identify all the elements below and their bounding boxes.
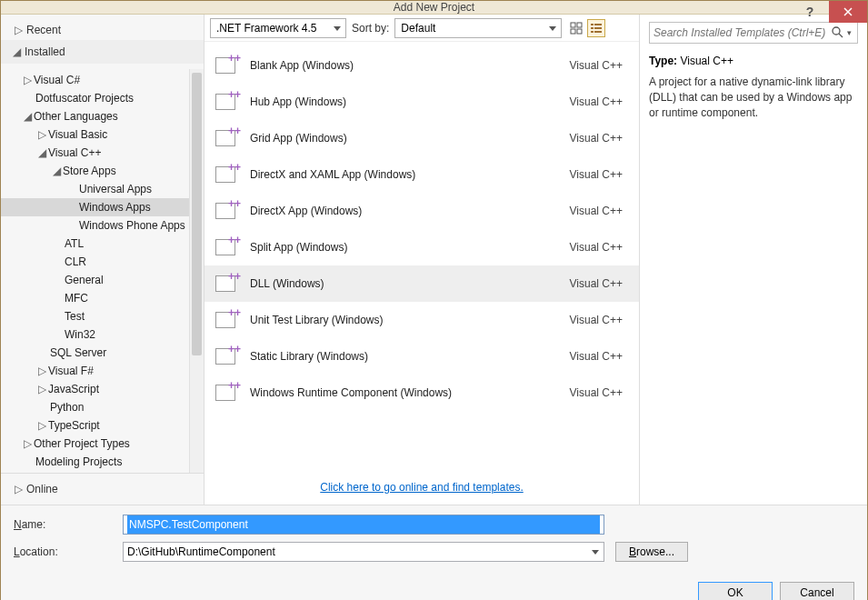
template-row[interactable]: ++Windows Runtime Component (Windows)Vis… <box>205 375 639 411</box>
dialog-buttons: OK Cancel <box>1 576 867 600</box>
tree-item-atl[interactable]: ATL <box>1 235 204 253</box>
name-input[interactable] <box>127 515 600 534</box>
dialog-body: ▷Recent ◢Installed ▷Visual C#Dotfuscator… <box>1 15 867 600</box>
recent-section[interactable]: ▷Recent <box>1 20 204 40</box>
template-name: Hub App (Windows) <box>250 95 570 108</box>
template-icon: ++ <box>214 125 241 152</box>
tree-item-sql-server[interactable]: SQL Server <box>1 344 204 362</box>
chevron-right-icon: ▷ <box>37 419 46 432</box>
location-combo[interactable]: D:\GitHub\RuntimeComponent <box>123 542 604 562</box>
help-button[interactable]: ? <box>791 1 829 23</box>
search-box[interactable]: ▾ <box>649 22 858 44</box>
template-row[interactable]: ++DirectX and XAML App (Windows)Visual C… <box>205 156 639 193</box>
search-dropdown-icon[interactable]: ▾ <box>845 28 853 37</box>
ok-button[interactable]: OK <box>698 582 773 600</box>
chevron-down-icon: ◢ <box>37 146 46 159</box>
tree-item-test[interactable]: Test <box>1 307 204 325</box>
search-icon[interactable] <box>829 25 845 41</box>
tree-item-visual-f-[interactable]: ▷Visual F# <box>1 362 204 380</box>
template-name: Grid App (Windows) <box>250 132 570 145</box>
templates-list[interactable]: ++Blank App (Windows)Visual C++++Hub App… <box>205 42 639 470</box>
titlebar-controls: ? <box>791 1 867 23</box>
svg-rect-7 <box>594 27 602 29</box>
bottom-form: Name: Location: D:\GitHub\RuntimeCompone… <box>1 505 867 576</box>
tree-item-windows-phone-apps[interactable]: Windows Phone Apps <box>1 216 204 235</box>
tree-item-visual-basic[interactable]: ▷Visual Basic <box>1 125 204 144</box>
tree-item-windows-apps[interactable]: Windows Apps <box>1 198 204 216</box>
svg-rect-0 <box>571 23 575 27</box>
template-icon: ++ <box>214 234 241 261</box>
template-icon: ++ <box>214 197 241 225</box>
tree-item-other-languages[interactable]: ◢Other Languages <box>1 107 204 125</box>
sort-combo[interactable]: Default <box>394 18 562 38</box>
template-name: DirectX and XAML App (Windows) <box>250 168 570 181</box>
tree-item-store-apps[interactable]: ◢Store Apps <box>1 162 204 180</box>
view-list-button[interactable] <box>587 19 605 37</box>
installed-section[interactable]: ◢Installed <box>1 40 204 64</box>
template-description: A project for a native dynamic-link libr… <box>649 75 858 120</box>
view-grid-button[interactable] <box>567 19 585 37</box>
tree-item-clr[interactable]: CLR <box>1 253 204 271</box>
template-icon: ++ <box>214 161 241 188</box>
tree-item-other-project-types[interactable]: ▷Other Project Types <box>1 435 204 453</box>
chevron-right-icon: ▷ <box>23 437 32 450</box>
template-row[interactable]: ++Blank App (Windows)Visual C++ <box>205 47 639 84</box>
template-row[interactable]: ++Hub App (Windows)Visual C++ <box>205 84 639 120</box>
template-row[interactable]: ++Unit Test Library (Windows)Visual C++ <box>205 302 639 338</box>
tree-item-typescript[interactable]: ▷TypeScript <box>1 416 204 435</box>
find-templates-link[interactable]: Click here to go online and find templat… <box>320 481 523 494</box>
tree-item-dotfuscator-projects[interactable]: Dotfuscator Projects <box>1 89 204 107</box>
tree-item-mfc[interactable]: MFC <box>1 289 204 307</box>
template-lang: Visual C++ <box>570 386 630 399</box>
svg-line-11 <box>839 34 843 37</box>
toolbar: .NET Framework 4.5 Sort by: Default <box>205 15 639 42</box>
template-icon: ++ <box>214 343 241 370</box>
main-area: ▷Recent ◢Installed ▷Visual C#Dotfuscator… <box>1 15 867 505</box>
framework-combo[interactable]: .NET Framework 4.5 <box>210 18 346 38</box>
template-lang: Visual C++ <box>570 59 630 72</box>
chevron-right-icon: ▷ <box>14 483 23 495</box>
tree-item-javascript[interactable]: ▷JavaScript <box>1 380 204 398</box>
template-row[interactable]: ++Static Library (Windows)Visual C++ <box>205 338 639 375</box>
scrollbar-thumb[interactable] <box>192 73 202 355</box>
svg-rect-9 <box>594 31 602 33</box>
template-lang: Visual C++ <box>570 277 630 290</box>
grid-icon <box>570 22 583 35</box>
window-title: Add New Project <box>394 1 474 14</box>
template-name: DLL (Windows) <box>250 277 570 290</box>
tree-item-visual-c-[interactable]: ▷Visual C# <box>1 71 204 89</box>
tree-item-python[interactable]: Python <box>1 398 204 416</box>
svg-rect-5 <box>594 24 602 25</box>
template-icon: ++ <box>214 270 241 297</box>
chevron-right-icon: ▷ <box>23 74 32 86</box>
tree-item-visual-c-[interactable]: ◢Visual C++ <box>1 144 204 162</box>
template-icon: ++ <box>214 379 241 406</box>
tree-item-modeling-projects[interactable]: Modeling Projects <box>1 453 204 471</box>
template-row[interactable]: ++Split App (Windows)Visual C++ <box>205 229 639 265</box>
svg-rect-2 <box>571 29 575 34</box>
template-name: Static Library (Windows) <box>250 350 570 363</box>
tree-item-universal-apps[interactable]: Universal Apps <box>1 180 204 198</box>
template-name: Blank App (Windows) <box>250 59 570 72</box>
svg-rect-4 <box>591 24 594 25</box>
vertical-scrollbar[interactable] <box>189 69 204 473</box>
titlebar: Add New Project ? <box>1 1 867 15</box>
tree-item-win32[interactable]: Win32 <box>1 325 204 344</box>
template-row[interactable]: ++DirectX App (Windows)Visual C++ <box>205 193 639 229</box>
template-row[interactable]: ++DLL (Windows)Visual C++ <box>205 265 639 302</box>
name-field-wrapper <box>123 515 604 535</box>
browse-button[interactable]: Browse... <box>615 542 688 562</box>
template-name: Unit Test Library (Windows) <box>250 314 570 326</box>
online-link-area: Click here to go online and find templat… <box>205 470 639 505</box>
location-label: Location: <box>14 545 123 558</box>
tree-item-general[interactable]: General <box>1 271 204 289</box>
cancel-button[interactable]: Cancel <box>780 582 854 600</box>
chevron-down-icon: ◢ <box>52 165 61 177</box>
close-button[interactable] <box>829 1 867 23</box>
left-pane: ▷Recent ◢Installed ▷Visual C#Dotfuscator… <box>1 15 205 505</box>
search-input[interactable] <box>653 26 829 39</box>
dialog-window: Add New Project ? ▷Recent ◢Installed ▷Vi… <box>0 0 868 600</box>
template-icon: ++ <box>214 306 241 334</box>
online-section[interactable]: ▷Online <box>1 479 204 499</box>
template-row[interactable]: ++Grid App (Windows)Visual C++ <box>205 120 639 156</box>
